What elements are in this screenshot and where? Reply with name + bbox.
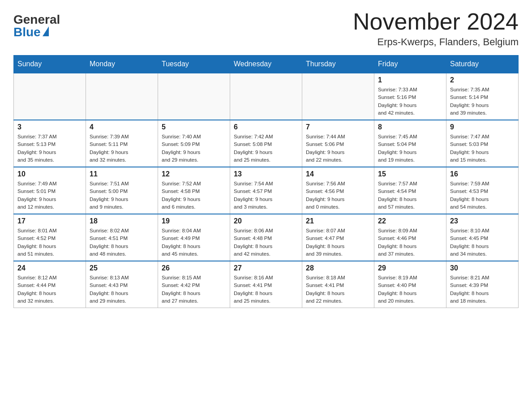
day-number: 3 (17, 123, 82, 131)
calendar-cell: 24Sunrise: 8:12 AMSunset: 4:44 PMDayligh… (14, 261, 86, 308)
day-number: 30 (450, 264, 515, 272)
day-info: Sunrise: 8:07 AMSunset: 4:47 PMDaylight:… (306, 227, 370, 258)
day-info: Sunrise: 7:56 AMSunset: 4:56 PMDaylight:… (306, 180, 370, 211)
weekday-header-friday: Friday (374, 56, 446, 73)
day-info: Sunrise: 7:40 AMSunset: 5:09 PMDaylight:… (162, 133, 226, 164)
day-number: 18 (90, 217, 154, 225)
calendar-cell: 1Sunrise: 7:33 AMSunset: 5:16 PMDaylight… (374, 73, 446, 120)
calendar-cell: 28Sunrise: 8:18 AMSunset: 4:41 PMDayligh… (302, 261, 374, 308)
day-number: 13 (234, 170, 298, 178)
day-number: 1 (378, 76, 442, 84)
day-number: 26 (162, 264, 226, 272)
location-title: Erps-Kwerps, Flanders, Belgium (353, 36, 519, 48)
day-info: Sunrise: 8:13 AMSunset: 4:43 PMDaylight:… (90, 274, 154, 305)
weekday-header-sunday: Sunday (14, 56, 86, 73)
week-row-2: 3Sunrise: 7:37 AMSunset: 5:13 PMDaylight… (14, 120, 519, 167)
calendar-cell: 13Sunrise: 7:54 AMSunset: 4:57 PMDayligh… (230, 167, 302, 214)
weekday-header-saturday: Saturday (446, 56, 519, 73)
calendar-cell: 4Sunrise: 7:39 AMSunset: 5:11 PMDaylight… (86, 120, 158, 167)
calendar-cell: 15Sunrise: 7:57 AMSunset: 4:54 PMDayligh… (374, 167, 446, 214)
day-info: Sunrise: 7:57 AMSunset: 4:54 PMDaylight:… (378, 180, 442, 211)
calendar-cell: 3Sunrise: 7:37 AMSunset: 5:13 PMDaylight… (14, 120, 86, 167)
calendar-cell: 26Sunrise: 8:15 AMSunset: 4:42 PMDayligh… (158, 261, 230, 308)
day-info: Sunrise: 8:18 AMSunset: 4:41 PMDaylight:… (306, 274, 370, 305)
weekday-header-tuesday: Tuesday (158, 56, 230, 73)
day-info: Sunrise: 7:35 AMSunset: 5:14 PMDaylight:… (450, 86, 515, 117)
day-number: 19 (162, 217, 226, 225)
day-number: 17 (17, 217, 82, 225)
day-info: Sunrise: 8:12 AMSunset: 4:44 PMDaylight:… (17, 274, 82, 305)
logo-general-text: General (13, 13, 60, 26)
day-info: Sunrise: 7:54 AMSunset: 4:57 PMDaylight:… (234, 180, 298, 211)
weekday-header-thursday: Thursday (302, 56, 374, 73)
calendar-cell: 19Sunrise: 8:04 AMSunset: 4:49 PMDayligh… (158, 214, 230, 261)
day-number: 10 (17, 170, 82, 178)
day-number: 22 (378, 217, 442, 225)
day-number: 25 (90, 264, 154, 272)
day-number: 7 (306, 123, 370, 131)
day-info: Sunrise: 7:45 AMSunset: 5:04 PMDaylight:… (378, 133, 442, 164)
day-number: 24 (17, 264, 82, 272)
week-row-4: 17Sunrise: 8:01 AMSunset: 4:52 PMDayligh… (14, 214, 519, 261)
calendar-cell: 8Sunrise: 7:45 AMSunset: 5:04 PMDaylight… (374, 120, 446, 167)
day-number: 20 (234, 217, 298, 225)
calendar-cell: 30Sunrise: 8:21 AMSunset: 4:39 PMDayligh… (446, 261, 519, 308)
day-info: Sunrise: 7:33 AMSunset: 5:16 PMDaylight:… (378, 86, 442, 117)
day-info: Sunrise: 8:01 AMSunset: 4:52 PMDaylight:… (17, 227, 82, 258)
day-number: 11 (90, 170, 154, 178)
calendar-cell: 2Sunrise: 7:35 AMSunset: 5:14 PMDaylight… (446, 73, 519, 120)
logo: General Blue (13, 9, 60, 39)
logo-blue-area: Blue (13, 26, 48, 39)
day-number: 12 (162, 170, 226, 178)
calendar-cell: 21Sunrise: 8:07 AMSunset: 4:47 PMDayligh… (302, 214, 374, 261)
calendar-cell: 7Sunrise: 7:44 AMSunset: 5:06 PMDaylight… (302, 120, 374, 167)
day-info: Sunrise: 7:42 AMSunset: 5:08 PMDaylight:… (234, 133, 298, 164)
day-number: 21 (306, 217, 370, 225)
calendar-cell (158, 73, 230, 120)
day-info: Sunrise: 8:10 AMSunset: 4:45 PMDaylight:… (450, 227, 515, 258)
day-number: 29 (378, 264, 442, 272)
calendar-cell: 9Sunrise: 7:47 AMSunset: 5:03 PMDaylight… (446, 120, 519, 167)
weekday-header-monday: Monday (86, 56, 158, 73)
week-row-3: 10Sunrise: 7:49 AMSunset: 5:01 PMDayligh… (14, 167, 519, 214)
day-info: Sunrise: 7:37 AMSunset: 5:13 PMDaylight:… (17, 133, 82, 164)
day-info: Sunrise: 8:21 AMSunset: 4:39 PMDaylight:… (450, 274, 515, 305)
calendar-cell: 27Sunrise: 8:16 AMSunset: 4:41 PMDayligh… (230, 261, 302, 308)
day-number: 5 (162, 123, 226, 131)
calendar-cell (14, 73, 86, 120)
calendar-cell: 16Sunrise: 7:59 AMSunset: 4:53 PMDayligh… (446, 167, 519, 214)
day-info: Sunrise: 8:19 AMSunset: 4:40 PMDaylight:… (378, 274, 442, 305)
calendar-cell: 29Sunrise: 8:19 AMSunset: 4:40 PMDayligh… (374, 261, 446, 308)
calendar-cell: 5Sunrise: 7:40 AMSunset: 5:09 PMDaylight… (158, 120, 230, 167)
day-number: 6 (234, 123, 298, 131)
day-info: Sunrise: 8:02 AMSunset: 4:51 PMDaylight:… (90, 227, 154, 258)
calendar-cell: 11Sunrise: 7:51 AMSunset: 5:00 PMDayligh… (86, 167, 158, 214)
logo-triangle-icon (43, 26, 49, 36)
weekday-header-row: SundayMondayTuesdayWednesdayThursdayFrid… (14, 56, 519, 73)
month-title: November 2024 (353, 9, 519, 34)
day-info: Sunrise: 8:16 AMSunset: 4:41 PMDaylight:… (234, 274, 298, 305)
day-info: Sunrise: 7:51 AMSunset: 5:00 PMDaylight:… (90, 180, 154, 211)
day-info: Sunrise: 8:04 AMSunset: 4:49 PMDaylight:… (162, 227, 226, 258)
day-info: Sunrise: 7:39 AMSunset: 5:11 PMDaylight:… (90, 133, 154, 164)
day-info: Sunrise: 7:47 AMSunset: 5:03 PMDaylight:… (450, 133, 515, 164)
title-area: November 2024 Erps-Kwerps, Flanders, Bel… (353, 9, 519, 48)
weekday-header-wednesday: Wednesday (230, 56, 302, 73)
day-number: 16 (450, 170, 515, 178)
calendar-cell: 17Sunrise: 8:01 AMSunset: 4:52 PMDayligh… (14, 214, 86, 261)
day-number: 8 (378, 123, 442, 131)
day-number: 28 (306, 264, 370, 272)
calendar-cell: 10Sunrise: 7:49 AMSunset: 5:01 PMDayligh… (14, 167, 86, 214)
calendar-cell: 14Sunrise: 7:56 AMSunset: 4:56 PMDayligh… (302, 167, 374, 214)
day-number: 9 (450, 123, 515, 131)
day-number: 27 (234, 264, 298, 272)
calendar-cell: 20Sunrise: 8:06 AMSunset: 4:48 PMDayligh… (230, 214, 302, 261)
calendar-cell: 25Sunrise: 8:13 AMSunset: 4:43 PMDayligh… (86, 261, 158, 308)
calendar-cell (86, 73, 158, 120)
day-info: Sunrise: 8:06 AMSunset: 4:48 PMDaylight:… (234, 227, 298, 258)
day-number: 14 (306, 170, 370, 178)
day-info: Sunrise: 7:44 AMSunset: 5:06 PMDaylight:… (306, 133, 370, 164)
calendar-cell (302, 73, 374, 120)
calendar-cell (230, 73, 302, 120)
logo-blue-text: Blue (13, 26, 41, 39)
